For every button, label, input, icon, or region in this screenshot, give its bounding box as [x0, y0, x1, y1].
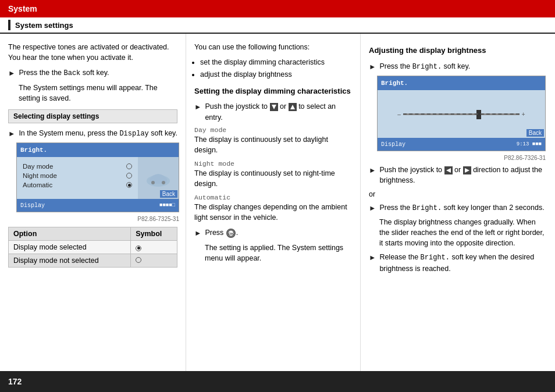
slider-dashes: [403, 113, 520, 115]
arrow-icon-display: ►: [8, 129, 15, 139]
apply-result: The setting is applied. The System setti…: [205, 243, 352, 263]
select-box-label: Selecting display settings: [13, 112, 99, 120]
step4-key: Bright.: [421, 254, 450, 262]
subheader-title: System settings: [15, 21, 73, 30]
joystick-up-icon: [289, 103, 297, 111]
screen-top-bar-right: Bright.: [378, 76, 545, 90]
step1-after: soft key.: [444, 62, 471, 70]
night-mode-label: Night mode: [194, 160, 352, 168]
menu-label-day: Day mode: [23, 163, 53, 170]
option-table: Option Symbol Display mode selected Disp…: [8, 227, 177, 268]
menu-list: Day mode Night mode Automatic: [17, 157, 138, 199]
slider-max-icon: +: [522, 111, 525, 117]
arrow-icon-bright2: ►: [369, 203, 376, 213]
day-mode-label: Day mode: [194, 126, 352, 134]
display-instruction2: soft key.: [151, 129, 177, 137]
header-title: System: [8, 4, 37, 13]
slider-thumb: [476, 110, 481, 119]
table-row: Display mode selected: [9, 241, 177, 254]
j-arrow-up: [289, 103, 297, 111]
screen-bottom-bar-right: Display 9:13 ■■■: [378, 138, 545, 151]
day-mode-text: The display is continuously set to dayli…: [194, 134, 352, 155]
select-box: Selecting display settings: [8, 109, 177, 123]
intro-text: The respective tones are activated or de…: [8, 42, 177, 63]
feature-list: set the display dimming characteristics …: [200, 57, 352, 80]
table-cell-symbol1: [131, 241, 177, 254]
screen-bottom-label-right: Display: [381, 141, 405, 148]
header-bar: System: [0, 0, 555, 17]
joystick-or-text: or: [280, 102, 286, 111]
ok-icon-svg: OK: [227, 229, 234, 237]
menu-item-auto: Automatic: [23, 180, 132, 190]
car-icon: [144, 166, 173, 190]
screen-top-label-left: Bright.: [20, 147, 47, 154]
table-header-symbol: Symbol: [131, 227, 177, 241]
right-device-screen: Bright. – + Back Display: [377, 76, 546, 151]
svg-marker-4: [290, 105, 295, 109]
night-mode-text: The display is continuously set to night…: [194, 168, 352, 189]
slider-track: [403, 113, 520, 115]
menu-label-auto: Automatic: [23, 181, 52, 188]
step1-key: Bright.: [412, 63, 442, 71]
mid-section-heading: Setting the display dimming characterist…: [194, 86, 352, 97]
footer-bar: 172: [0, 371, 555, 392]
joystick-right-icon: [463, 166, 471, 174]
press-ok-label: Press: [205, 229, 223, 237]
svg-point-1: [151, 181, 155, 184]
right-heading-text: Adjusting the display brightness: [369, 46, 486, 55]
arrow-item-ok: ► Press OK .: [194, 227, 352, 238]
right-column: Adjusting the display brightness ► Press…: [361, 34, 555, 371]
page-number: 172: [8, 377, 22, 386]
step3-press: Press the: [379, 204, 410, 212]
bullet-item-1: set the display dimming characteristics: [200, 57, 352, 68]
arrow-item-back: ► Press the the Back soft key.: [8, 67, 177, 79]
caption-left: P82.86-7325-31: [16, 216, 179, 222]
svg-marker-7: [446, 168, 451, 173]
arrow-icon-ok: ►: [194, 228, 201, 238]
step3-key: Bright.: [412, 204, 442, 212]
menu-item-day: Day mode: [23, 162, 132, 171]
menu-item-night: Night mode: [23, 171, 132, 180]
screen-status-left: ■■■■□: [159, 202, 175, 208]
radio-unselected: [136, 257, 141, 263]
back-btn-label-right: Back: [529, 130, 542, 136]
j-arrow-right: [463, 166, 471, 174]
screen-top-label-right: Bright.: [381, 80, 408, 87]
mid-intro: You can use the following functions:: [194, 42, 352, 52]
arrow-item-joystick: ► Push the joystick to or to select an e…: [194, 101, 352, 122]
left-device-screen: Bright. Day mode Night mode Automatic: [16, 142, 179, 212]
or-separator: or: [369, 189, 547, 199]
step1-press: Press the: [379, 62, 410, 70]
back-btn-label-left: Back: [162, 191, 175, 197]
radio-selected: [136, 245, 141, 251]
left-column: The respective tones are activated or de…: [0, 34, 186, 371]
back-btn-right[interactable]: Back: [526, 129, 544, 137]
press-back-label: Press the: [19, 69, 49, 77]
radio-day: [126, 163, 132, 169]
table-cell-option1: Display mode selected: [9, 241, 131, 254]
table-row: Display mode not selected: [9, 254, 177, 268]
arrow-item-bright2: ► Press the Bright. soft key longer than…: [369, 202, 547, 213]
step2-push: Push the joystick to: [379, 166, 442, 174]
screen-bottom-bar-left: Display ■■■■□: [17, 199, 179, 212]
arrow-item-bright: ► Press the Bright. soft key.: [369, 61, 547, 72]
auto-label: Automatic: [194, 194, 352, 201]
step2-or: or: [454, 166, 461, 174]
arrow-icon-bright: ►: [369, 62, 376, 72]
back-btn-left[interactable]: Back: [160, 190, 177, 198]
joystick-instruction: Push the joystick to: [205, 102, 268, 111]
screen-bottom-label-left: Display: [20, 202, 45, 209]
right-screen-body: – +: [378, 90, 545, 138]
section-heading-text: Setting the display dimming characterist…: [194, 87, 351, 95]
arrow-icon: ►: [8, 68, 15, 79]
mid-column: You can use the following functions: set…: [186, 34, 361, 371]
caption-right: P82.86-7326-31: [377, 155, 546, 161]
screen-status-right: 9:13 ■■■: [517, 141, 542, 147]
table-header-option: Option: [9, 227, 131, 241]
svg-marker-3: [272, 105, 276, 109]
auto-text: The display changes depending on the amb…: [194, 202, 352, 223]
display-key: Display: [119, 130, 148, 138]
arrow-icon-joystick: ►: [194, 102, 201, 112]
arrow-icon-push: ►: [369, 165, 376, 176]
system-result: The System settings menu will appear. Th…: [19, 83, 177, 104]
